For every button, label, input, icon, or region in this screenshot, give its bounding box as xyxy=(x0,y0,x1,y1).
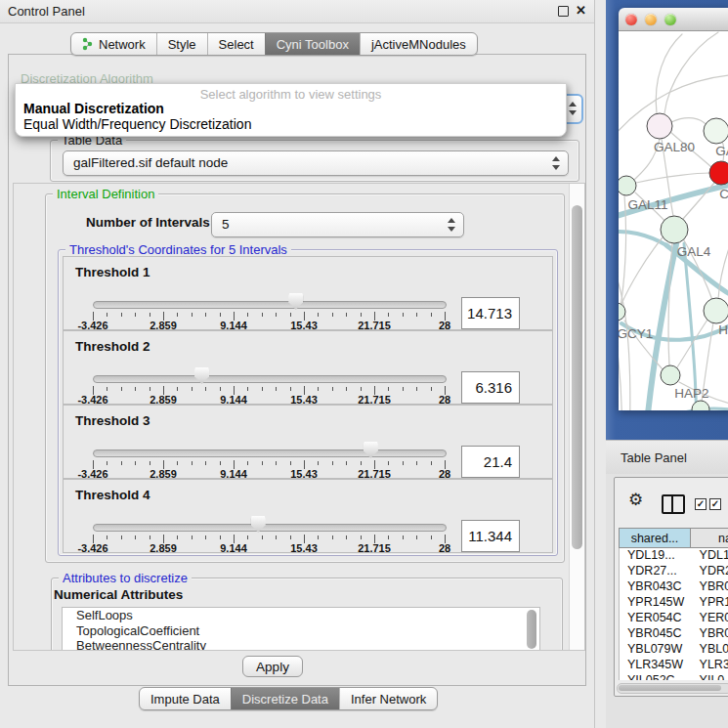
table-cell-name: YDL1 xyxy=(690,548,728,564)
node-gcy1[interactable] xyxy=(619,303,625,321)
node-c[interactable] xyxy=(709,161,728,185)
highlighted-edge[interactable] xyxy=(630,408,728,410)
algorithm-option[interactable]: Manual Discretization xyxy=(23,101,164,116)
close-icon[interactable]: ✕ xyxy=(576,3,586,18)
tab-discretize-data[interactable]: Discretize Data xyxy=(231,688,339,709)
attributes-list-scrollbar[interactable] xyxy=(527,610,536,649)
table-row[interactable]: YBR045CYBR0 xyxy=(620,626,728,642)
algorithm-option[interactable]: Equal Width/Frequency Discretization xyxy=(23,116,251,132)
attribute-item[interactable]: SelfLoops xyxy=(63,608,539,623)
network-canvas[interactable]: GAL80GACGAL11GAL4GCY1HHAP2 xyxy=(619,31,728,410)
node-ga[interactable] xyxy=(704,118,728,144)
threshold-value-field[interactable]: 6.316 xyxy=(461,371,520,404)
column-header-shared[interactable]: shared... xyxy=(619,528,691,548)
tick-mark xyxy=(431,313,432,317)
tab-label: jActiveMNodules xyxy=(371,37,466,52)
threshold-value-field[interactable]: 11.344 xyxy=(461,520,520,552)
edge[interactable] xyxy=(621,237,663,304)
checkbox-icon[interactable]: ✓ xyxy=(709,498,721,510)
tick-mark xyxy=(403,535,404,539)
tick-mark xyxy=(135,313,136,317)
tick-mark xyxy=(416,535,417,539)
network-window-titlebar xyxy=(619,8,728,31)
threshold-row: Threshold 4-3.4262.8599.14415.4321.71528… xyxy=(63,479,553,553)
table-row[interactable]: YDR27...YDR2 xyxy=(620,564,728,579)
algorithm-dropdown-popup: Select algorithm to view settings Manual… xyxy=(15,83,567,137)
tick-mark xyxy=(247,313,248,317)
tick-mark xyxy=(332,461,333,465)
threshold-value-field[interactable]: 21.4 xyxy=(461,446,520,478)
column-header-name[interactable]: na xyxy=(691,528,728,548)
slider-ticks xyxy=(93,386,445,396)
table-cell-name: YDR2 xyxy=(690,564,728,579)
apply-button[interactable]: Apply xyxy=(242,656,303,677)
numerical-attributes-list[interactable]: SelfLoopsTopologicalCoefficientBetweenne… xyxy=(62,607,540,651)
tick-mark xyxy=(361,387,362,391)
tick-mark xyxy=(416,313,417,317)
table-cell-name: YER0 xyxy=(690,611,728,626)
columns-icon[interactable] xyxy=(662,494,685,514)
minimize-traffic-light[interactable] xyxy=(645,14,657,25)
settings-scrollbar[interactable] xyxy=(569,184,584,650)
node-unlabeled[interactable] xyxy=(692,401,709,410)
node-hap2[interactable] xyxy=(661,365,680,385)
table-row[interactable]: YDL19...YDL1 xyxy=(620,548,728,564)
node-gal11[interactable] xyxy=(619,176,636,195)
thresholds-group-title: Threshold's Coordinates for 5 Intervals xyxy=(65,242,291,257)
edge[interactable] xyxy=(683,183,714,219)
tick-mark xyxy=(262,461,263,465)
tick-mark xyxy=(192,461,193,465)
close-traffic-light[interactable] xyxy=(625,14,637,25)
threshold-value-field[interactable]: 14.713 xyxy=(461,297,520,329)
tick-mark xyxy=(262,535,263,539)
float-icon[interactable] xyxy=(558,6,569,17)
num-intervals-combo[interactable]: 5 xyxy=(211,212,464,237)
slider-track[interactable] xyxy=(93,524,447,532)
table-cell-name: YBL0 xyxy=(690,642,728,658)
zoom-traffic-light[interactable] xyxy=(664,14,676,25)
tab-cyni-toolbox[interactable]: Cyni Toolbox xyxy=(265,33,360,55)
tick-mark xyxy=(318,461,319,465)
node-label: GA xyxy=(715,144,728,158)
tab-label: Infer Network xyxy=(351,692,426,707)
tick-mark xyxy=(416,387,417,391)
checkbox-icon[interactable]: ✓ xyxy=(695,498,707,510)
attribute-item[interactable]: TopologicalCoefficient xyxy=(63,623,539,639)
table-row[interactable]: YPR145WYPR1 xyxy=(620,595,728,611)
table-row[interactable]: YLR345WYLR3 xyxy=(620,658,728,673)
tick-mark xyxy=(121,461,122,465)
tick-mark xyxy=(403,387,404,391)
table-hscrollbar[interactable] xyxy=(617,683,728,694)
table-row[interactable]: YER054CYER0 xyxy=(620,611,728,626)
node-gal4[interactable] xyxy=(661,216,688,243)
tick-mark xyxy=(150,313,150,317)
tab-infer-network[interactable]: Infer Network xyxy=(339,688,437,709)
settings-scrollbar-thumb[interactable] xyxy=(572,205,582,549)
node-gal80[interactable] xyxy=(647,113,672,139)
table-row[interactable]: YBR043CYBR0 xyxy=(620,579,728,595)
node-h[interactable] xyxy=(704,298,728,323)
slider-track[interactable] xyxy=(93,375,447,383)
tab-select[interactable]: Select xyxy=(207,33,265,55)
tab-style[interactable]: Style xyxy=(156,33,207,55)
tab-label: Impute Data xyxy=(150,692,220,707)
table-row[interactable]: YIL052CYIL0 xyxy=(620,673,728,680)
table-cell-name: YBR0 xyxy=(690,579,728,595)
slider-track[interactable] xyxy=(93,301,447,309)
attribute-item[interactable]: BetweennessCentrality xyxy=(63,638,539,651)
tick-mark xyxy=(247,387,248,391)
tab-impute-data[interactable]: Impute Data xyxy=(140,688,231,709)
interval-definition-title: Interval Definition xyxy=(53,187,158,201)
slider-track[interactable] xyxy=(93,450,447,457)
tab-jactivemnodules[interactable]: jActiveMNodules xyxy=(360,33,477,55)
gear-icon[interactable]: ⚙ xyxy=(628,492,643,508)
tab-network[interactable]: Network xyxy=(71,33,156,55)
edge[interactable] xyxy=(636,173,709,183)
node-table: shared... na YDL19...YDL1YDR27...YDR2YBR… xyxy=(619,528,728,680)
edge[interactable] xyxy=(671,118,707,125)
table-data-combo[interactable]: galFiltered.sif default node xyxy=(63,150,569,176)
tick-mark xyxy=(276,461,277,465)
table-row[interactable]: YBL079WYBL0 xyxy=(620,642,728,658)
tick-mark xyxy=(276,387,277,391)
table-hscrollbar-thumb[interactable] xyxy=(619,685,721,691)
